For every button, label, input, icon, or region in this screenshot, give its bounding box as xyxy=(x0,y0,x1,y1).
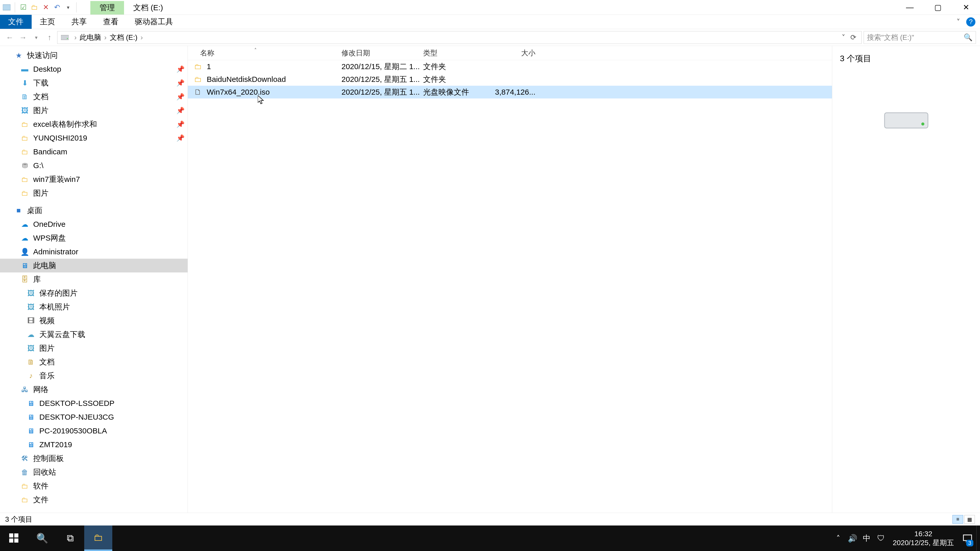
svg-rect-1 xyxy=(61,35,68,40)
tree-network-pc[interactable]: 🖥PC-20190530OBLA xyxy=(0,424,188,438)
tree-quick-item[interactable]: 🗀图片 xyxy=(0,186,188,200)
file-row[interactable]: 🗀BaiduNetdiskDownload 2020/12/25, 星期五 1.… xyxy=(188,73,832,86)
address-bar[interactable]: › 此电脑 › 文档 (E:) › ˅ ⟳ xyxy=(57,31,862,44)
chevron-right-icon[interactable]: › xyxy=(73,33,78,41)
tree-recyclebin[interactable]: 🗑回收站 xyxy=(0,465,188,479)
ribbon-tab-share[interactable]: 共享 xyxy=(63,15,95,29)
close-button[interactable]: ✕ xyxy=(952,0,980,15)
video-icon: 🎞 xyxy=(26,316,36,326)
maximize-button[interactable]: ▢ xyxy=(924,0,952,15)
qat-newfolder-icon[interactable]: 🗀 xyxy=(29,2,40,13)
tree-item[interactable]: ☁WPS网盘 xyxy=(0,231,188,245)
user-icon: 👤 xyxy=(20,247,30,257)
svg-point-2 xyxy=(67,38,68,39)
folder-icon: 🗀 xyxy=(20,119,30,129)
ribbon-tab-home[interactable]: 主页 xyxy=(32,15,63,29)
address-dropdown-icon[interactable]: ˅ xyxy=(839,33,848,41)
refresh-icon[interactable]: ⟳ xyxy=(848,33,859,41)
tree-network-pc[interactable]: 🖥ZMT2019 xyxy=(0,438,188,451)
qat-undo-icon[interactable]: ↶ xyxy=(52,2,62,13)
svg-rect-8 xyxy=(14,538,18,543)
file-row[interactable]: 🗀1 2020/12/15, 星期二 1... 文件夹 xyxy=(188,60,832,73)
breadcrumb-current[interactable]: 文档 (E:) xyxy=(108,33,140,42)
tree-network-pc[interactable]: 🖥DESKTOP-NJEU3CG xyxy=(0,410,188,424)
tree-quick-item[interactable]: ⬇下载📌 xyxy=(0,76,188,90)
contextual-tab-manage[interactable]: 管理 xyxy=(90,1,124,14)
folder-icon: 🗀 xyxy=(20,133,30,143)
tree-network[interactable]: 🖧网络 xyxy=(0,383,188,396)
tree-item[interactable]: 🗀软件 xyxy=(0,479,188,493)
details-pane: 3 个项目 xyxy=(832,46,980,513)
desktop-icon: ■ xyxy=(14,206,24,215)
ime-indicator[interactable]: 中 xyxy=(859,526,874,551)
tree-quick-item[interactable]: 🗀Bandicam xyxy=(0,145,188,159)
start-button[interactable] xyxy=(0,526,28,551)
tree-quick-item[interactable]: 🗀excel表格制作求和📌 xyxy=(0,118,188,131)
recent-dropdown[interactable]: ▾ xyxy=(30,32,42,43)
tree-lib-item[interactable]: ♪音乐 xyxy=(0,369,188,383)
navigation-tree[interactable]: ★ 快速访问 ▬Desktop📌 ⬇下载📌 🗎文档📌 🖼图片📌 🗀excel表格… xyxy=(0,46,188,513)
tree-lib-item[interactable]: ☁天翼云盘下载 xyxy=(0,327,188,341)
column-date[interactable]: 修改日期 xyxy=(342,48,423,58)
action-center-button[interactable]: 3 xyxy=(959,526,977,551)
file-row-selected[interactable]: 🗋Win7x64_2020.iso 2020/12/25, 星期五 1... 光… xyxy=(188,86,832,98)
tree-quick-item[interactable]: 🗀YUNQISHI2019📌 xyxy=(0,131,188,145)
qat-dropdown-icon[interactable]: ▾ xyxy=(63,2,73,13)
back-button[interactable]: ← xyxy=(4,32,15,43)
ribbon-tab-file[interactable]: 文件 xyxy=(0,15,32,29)
iso-icon: 🗋 xyxy=(193,88,202,97)
breadcrumb-thispc[interactable]: 此电脑 xyxy=(78,33,103,42)
taskbar-clock[interactable]: 16:32 2020/12/25, 星期五 xyxy=(888,529,959,547)
help-icon[interactable]: ? xyxy=(966,17,975,27)
view-thumbnails-button[interactable]: ▦ xyxy=(964,515,975,524)
taskbar-explorer-button[interactable]: 🗀 xyxy=(84,526,112,551)
chevron-right-icon[interactable]: › xyxy=(140,33,144,41)
search-box[interactable]: 搜索"文档 (E:)" 🔍 xyxy=(864,31,976,44)
chevron-right-icon[interactable]: › xyxy=(103,33,107,41)
column-type[interactable]: 类型 xyxy=(423,48,492,58)
tree-lib-item[interactable]: 🗎文档 xyxy=(0,355,188,369)
tree-item[interactable]: 🗀文件 xyxy=(0,493,188,507)
quick-access-toolbar: ☑ 🗀 ✕ ↶ ▾ xyxy=(0,0,80,14)
tray-overflow-icon[interactable]: ˄ xyxy=(831,526,845,551)
ribbon-tab-view[interactable]: 查看 xyxy=(95,15,127,29)
minimize-button[interactable]: ― xyxy=(896,0,924,15)
status-bar: 3 个项目 ≡ ▦ xyxy=(0,513,980,526)
tree-lib-item[interactable]: 🎞视频 xyxy=(0,314,188,327)
qat-delete-icon[interactable]: ✕ xyxy=(41,2,51,13)
qat-properties-icon[interactable]: ☑ xyxy=(18,2,28,13)
recycle-icon: 🗑 xyxy=(20,467,30,477)
tree-thispc[interactable]: 🖥此电脑 xyxy=(0,259,188,272)
view-details-button[interactable]: ≡ xyxy=(953,515,963,524)
tree-lib-item[interactable]: 🖼图片 xyxy=(0,341,188,355)
security-icon[interactable]: 🛡 xyxy=(874,526,888,551)
column-size[interactable]: 大小 xyxy=(492,48,541,58)
tree-network-pc[interactable]: 🖥DESKTOP-LSSOEDP xyxy=(0,396,188,410)
task-view-button[interactable]: ⧉ xyxy=(56,526,84,551)
pictures-icon: 🖼 xyxy=(26,302,36,312)
forward-button[interactable]: → xyxy=(18,32,29,43)
column-name[interactable]: 名称˄ xyxy=(188,48,342,58)
tree-quick-item[interactable]: 🗀win7重装win7 xyxy=(0,172,188,186)
ribbon-collapse-icon[interactable]: ˅ xyxy=(956,17,960,26)
search-icon[interactable]: 🔍 xyxy=(964,33,973,41)
volume-icon[interactable]: 🔊 xyxy=(845,526,859,551)
tree-quick-item[interactable]: 🗎文档📌 xyxy=(0,90,188,103)
show-desktop-button[interactable] xyxy=(977,526,980,551)
tree-libraries[interactable]: 🗄库 xyxy=(0,272,188,286)
folder-icon: 🗀 xyxy=(193,62,202,71)
tree-quick-item[interactable]: 🖼图片📌 xyxy=(0,103,188,118)
tree-item[interactable]: ☁OneDrive xyxy=(0,218,188,231)
tree-desktop[interactable]: ■桌面 xyxy=(0,203,188,218)
tree-controlpanel[interactable]: 🛠控制面板 xyxy=(0,451,188,465)
app-icon xyxy=(2,2,12,13)
tree-item[interactable]: 👤Administrator xyxy=(0,245,188,259)
tree-lib-item[interactable]: 🖼保存的图片 xyxy=(0,286,188,300)
ribbon-tab-drivetools[interactable]: 驱动器工具 xyxy=(127,15,181,29)
up-button[interactable]: ↑ xyxy=(44,32,55,43)
tree-quick-item[interactable]: ▬Desktop📌 xyxy=(0,62,188,76)
taskbar-search-button[interactable]: 🔍 xyxy=(28,526,56,551)
tree-quick-item[interactable]: ⛃G:\ xyxy=(0,159,188,172)
tree-quickaccess[interactable]: ★ 快速访问 xyxy=(0,48,188,62)
tree-lib-item[interactable]: 🖼本机照片 xyxy=(0,300,188,314)
